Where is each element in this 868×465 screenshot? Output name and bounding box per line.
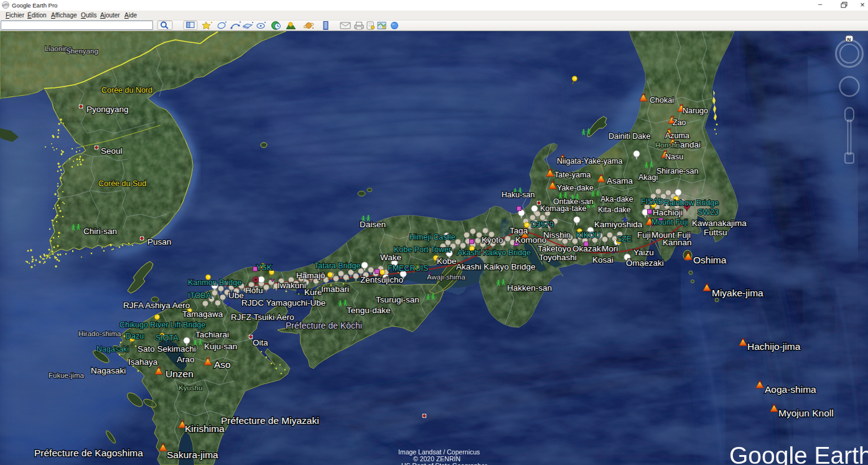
svg-text:SIOTA: SIOTA (156, 334, 179, 342)
svg-text:Ube: Ube (228, 291, 244, 300)
svg-text:Futtsu: Futtsu (704, 228, 727, 237)
svg-text:Oita: Oita (253, 338, 268, 347)
svg-text:Shenyang: Shenyang (66, 47, 98, 55)
svg-text:Fukue-jima: Fukue-jima (49, 372, 84, 379)
svg-text:Wake: Wake (380, 253, 401, 262)
svg-text:Akagi: Akagi (638, 173, 658, 182)
svg-text:Aoga-shima: Aoga-shima (765, 384, 816, 395)
svg-text:Zentsujicho: Zentsujicho (360, 275, 403, 284)
svg-text:Nasu: Nasu (665, 153, 683, 161)
svg-text:Hachioji: Hachioji (653, 208, 683, 217)
svg-text:Asama: Asama (607, 176, 633, 186)
svg-text:Kyoto: Kyoto (482, 235, 503, 245)
svg-text:Narugo: Narugo (683, 106, 708, 115)
svg-text:RJDC Yamaguchi-Ube: RJDC Yamaguchi-Ube (241, 298, 325, 308)
svg-text:KIKOU: KIKOU (576, 231, 600, 240)
svg-text:Awaji-shima: Awaji-shima (427, 273, 465, 281)
svg-text:Honshū: Honshū (655, 141, 680, 149)
svg-text:Kure: Kure (304, 288, 322, 297)
svg-text:FISAB: FISAB (641, 197, 663, 206)
svg-text:Kita-dake: Kita-dake (598, 205, 631, 214)
svg-text:Hirado-shima: Hirado-shima (78, 330, 121, 337)
svg-text:Préfecture de Kagoshima: Préfecture de Kagoshima (34, 448, 143, 458)
svg-text:Niigata-Yake-yama: Niigata-Yake-yama (557, 157, 622, 166)
svg-text:SW23: SW23 (698, 208, 719, 217)
svg-text:Myojun Knoll: Myojun Knoll (778, 408, 834, 418)
svg-text:Hakken-san: Hakken-san (507, 283, 552, 293)
svg-text:Chiri-san: Chiri-san (83, 227, 117, 236)
svg-text:Hachijo-jima: Hachijo-jima (747, 341, 801, 352)
svg-text:Arao: Arao (177, 355, 195, 364)
svg-text:Dazu: Dazu (126, 332, 144, 341)
svg-text:SZE: SZE (617, 235, 632, 243)
svg-text:Nagasaki: Nagasaki (91, 366, 126, 375)
svg-text:Kawanakajima: Kawanakajima (692, 218, 747, 228)
svg-text:Tachiarai: Tachiarai (195, 330, 229, 339)
svg-text:Corée du Sud: Corée du Sud (98, 179, 146, 188)
svg-text:Miyake-jima: Miyake-jima (712, 288, 763, 298)
svg-text:Pyongyang: Pyongyang (86, 105, 129, 114)
svg-text:Tatara Bridge: Tatara Bridge (314, 261, 360, 270)
svg-text:Fuji: Fuji (637, 230, 651, 240)
svg-text:Akashi Kaikyo Bridge: Akashi Kaikyo Bridge (456, 262, 536, 271)
svg-text:Kanmon Bridge: Kanmon Bridge (188, 278, 241, 287)
svg-text:Ōmaezaki: Ōmaezaki (626, 258, 664, 268)
svg-text:N: N (847, 37, 851, 42)
svg-text:Imabari: Imabari (321, 284, 349, 294)
svg-text:Toyohashi: Toyohashi (539, 253, 577, 262)
svg-text:Kyushu: Kyushu (179, 384, 202, 392)
svg-text:Kamiyoshida: Kamiyoshida (594, 220, 643, 229)
svg-text:Daisen: Daisen (360, 220, 386, 229)
svg-text:D3579: D3579 (531, 220, 554, 229)
svg-text:Seoul: Seoul (101, 146, 123, 156)
svg-text:Haku-san: Haku-san (502, 190, 535, 199)
svg-text:Préfecture de Miyazaki: Préfecture de Miyazaki (221, 415, 319, 426)
svg-text:YSK: YSK (256, 263, 273, 272)
svg-text:Aka-dake: Aka-dake (600, 195, 633, 204)
svg-text:US Dept of State Geographer: US Dept of State Geographer (401, 462, 487, 465)
svg-text:Kannan: Kannan (663, 238, 692, 247)
svg-text:Kuju-san: Kuju-san (204, 342, 237, 351)
svg-text:Taketoyo: Taketoyo (538, 244, 571, 253)
svg-text:Oshima: Oshima (693, 255, 727, 265)
svg-text:Dainiti Dake: Dainiti Dake (609, 132, 650, 141)
svg-text:Yaizu: Yaizu (633, 248, 654, 257)
svg-text:Okazaki: Okazaki (572, 244, 603, 253)
svg-text:Iwakuni: Iwakuni (278, 281, 306, 290)
svg-text:Kosai: Kosai (592, 255, 614, 265)
svg-text:Zao: Zao (673, 118, 686, 127)
svg-text:RJFA Ashiya Aero: RJFA Ashiya Aero (123, 301, 190, 310)
svg-text:Nagasaki: Nagasaki (96, 345, 129, 354)
svg-text:Himeji Castle: Himeji Castle (409, 233, 455, 242)
svg-text:Hōfu: Hōfu (245, 286, 263, 295)
svg-text:Unzen: Unzen (166, 369, 194, 379)
svg-text:Komono: Komono (515, 235, 546, 245)
svg-text:Akashi Kaikyo Bridge: Akashi Kaikyo Bridge (457, 248, 531, 257)
svg-text:Préfecture de Kōchi: Préfecture de Kōchi (286, 321, 362, 331)
svg-text:Tengu-dake: Tengu-dake (347, 306, 391, 315)
svg-text:Tamagawa: Tamagawa (182, 309, 223, 319)
svg-text:Azuma: Azuma (665, 131, 689, 140)
svg-text:Nisshin: Nisshin (543, 230, 571, 240)
svg-text:FMECRUIS: FMECRUIS (388, 264, 428, 273)
svg-text:Chokai: Chokai (650, 96, 674, 105)
svg-text:Corée du Nord: Corée du Nord (101, 86, 152, 95)
svg-text:Mori: Mori (602, 244, 618, 253)
svg-text:Tsurugi-san: Tsurugi-san (376, 295, 419, 304)
svg-text:Aso: Aso (214, 359, 231, 370)
svg-text:Yake-dake: Yake-dake (557, 184, 594, 192)
svg-text:Chikugo River Lift Bridge: Chikugo River Lift Bridge (119, 321, 205, 329)
svg-text:Isahaya: Isahaya (128, 357, 158, 367)
svg-text:Taga: Taga (510, 226, 528, 235)
svg-text:Komaga-take: Komaga-take (540, 204, 586, 213)
svg-text:Sato Sekimachi: Sato Sekimachi (138, 344, 196, 354)
svg-text:Kobe Port Tower: Kobe Port Tower (394, 245, 451, 254)
svg-text:ITOBA: ITOBA (188, 291, 212, 300)
svg-text:RJFZ Tsuiki Aero: RJFZ Tsuiki Aero (231, 312, 294, 322)
svg-text:Sakura-jima: Sakura-jima (167, 449, 218, 460)
svg-text:Rainbow Bridge: Rainbow Bridge (664, 199, 719, 207)
svg-text:Google Earth: Google Earth (729, 442, 868, 465)
svg-text:Shirane-san: Shirane-san (656, 167, 698, 176)
svg-text:Tate-yama: Tate-yama (554, 171, 590, 179)
svg-text:Mount Fuji: Mount Fuji (651, 218, 688, 227)
